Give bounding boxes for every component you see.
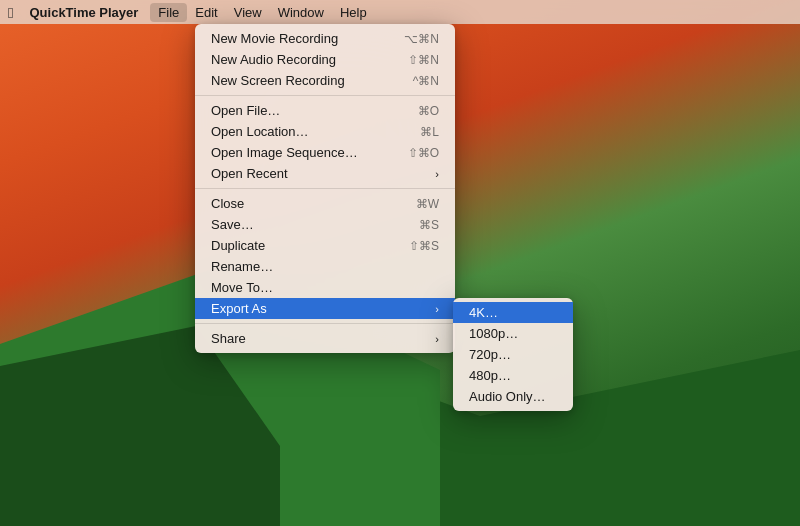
menu-item-export-as-label: Export As	[211, 301, 427, 316]
menu-item-duplicate-shortcut: ⇧⌘S	[409, 239, 439, 253]
menu-item-new-screen-shortcut: ^⌘N	[413, 74, 439, 88]
menu-item-close-label: Close	[211, 196, 392, 211]
menubar-help[interactable]: Help	[332, 3, 375, 22]
share-arrow: ›	[435, 333, 439, 345]
menu-item-share[interactable]: Share ›	[195, 328, 455, 349]
menu-item-open-recent[interactable]: Open Recent ›	[195, 163, 455, 184]
separator-3	[195, 323, 455, 324]
menubar-app-name[interactable]: QuickTime Player	[21, 3, 146, 22]
file-menu: New Movie Recording ⌥⌘N New Audio Record…	[195, 24, 455, 353]
menu-item-save-label: Save…	[211, 217, 395, 232]
menu-item-new-movie-shortcut: ⌥⌘N	[404, 32, 439, 46]
menubar:  QuickTime Player File Edit View Window…	[0, 0, 800, 24]
submenu-item-720p[interactable]: 720p…	[453, 344, 573, 365]
menu-item-duplicate[interactable]: Duplicate ⇧⌘S	[195, 235, 455, 256]
submenu-item-4k-label: 4K…	[469, 305, 498, 320]
separator-1	[195, 95, 455, 96]
menu-item-open-file[interactable]: Open File… ⌘O	[195, 100, 455, 121]
submenu-item-4k[interactable]: 4K…	[453, 302, 573, 323]
menu-item-open-location-label: Open Location…	[211, 124, 396, 139]
menu-item-export-as[interactable]: Export As › 4K… 1080p… 720p… 480p…	[195, 298, 455, 319]
menu-item-open-location-shortcut: ⌘L	[420, 125, 439, 139]
menu-item-share-label: Share	[211, 331, 427, 346]
submenu-item-1080p-label: 1080p…	[469, 326, 518, 341]
menu-item-move-to-label: Move To…	[211, 280, 439, 295]
menu-item-open-location[interactable]: Open Location… ⌘L	[195, 121, 455, 142]
submenu-item-720p-label: 720p…	[469, 347, 511, 362]
menu-item-new-audio-label: New Audio Recording	[211, 52, 384, 67]
menubar-window[interactable]: Window	[270, 3, 332, 22]
menu-item-move-to[interactable]: Move To…	[195, 277, 455, 298]
menu-item-close[interactable]: Close ⌘W	[195, 193, 455, 214]
menu-item-save[interactable]: Save… ⌘S	[195, 214, 455, 235]
menu-item-new-audio[interactable]: New Audio Recording ⇧⌘N	[195, 49, 455, 70]
menu-item-new-screen-label: New Screen Recording	[211, 73, 389, 88]
submenu-item-audio-only-label: Audio Only…	[469, 389, 546, 404]
submenu-item-audio-only[interactable]: Audio Only…	[453, 386, 573, 407]
menu-item-open-image-seq-label: Open Image Sequence…	[211, 145, 384, 160]
menubar-file[interactable]: File	[150, 3, 187, 22]
submenu-item-480p[interactable]: 480p…	[453, 365, 573, 386]
file-menu-dropdown: New Movie Recording ⌥⌘N New Audio Record…	[195, 24, 455, 353]
separator-2	[195, 188, 455, 189]
menu-item-close-shortcut: ⌘W	[416, 197, 439, 211]
menu-item-new-movie[interactable]: New Movie Recording ⌥⌘N	[195, 28, 455, 49]
submenu-item-480p-label: 480p…	[469, 368, 511, 383]
menu-item-new-movie-label: New Movie Recording	[211, 31, 380, 46]
menu-item-open-file-shortcut: ⌘O	[418, 104, 439, 118]
menu-item-new-screen[interactable]: New Screen Recording ^⌘N	[195, 70, 455, 91]
menubar-edit[interactable]: Edit	[187, 3, 225, 22]
menu-item-rename[interactable]: Rename…	[195, 256, 455, 277]
export-as-arrow: ›	[435, 303, 439, 315]
menu-item-open-image-seq[interactable]: Open Image Sequence… ⇧⌘O	[195, 142, 455, 163]
menu-item-save-shortcut: ⌘S	[419, 218, 439, 232]
menu-item-new-audio-shortcut: ⇧⌘N	[408, 53, 439, 67]
menu-item-duplicate-label: Duplicate	[211, 238, 385, 253]
open-recent-arrow: ›	[435, 168, 439, 180]
export-submenu: 4K… 1080p… 720p… 480p… Audio Only…	[453, 298, 573, 411]
export-submenu-container: 4K… 1080p… 720p… 480p… Audio Only…	[453, 298, 573, 411]
menu-item-open-recent-label: Open Recent	[211, 166, 427, 181]
menu-item-open-image-seq-shortcut: ⇧⌘O	[408, 146, 439, 160]
apple-menu-icon[interactable]: 	[8, 4, 13, 21]
submenu-item-1080p[interactable]: 1080p…	[453, 323, 573, 344]
menubar-view[interactable]: View	[226, 3, 270, 22]
menu-item-rename-label: Rename…	[211, 259, 439, 274]
menu-item-open-file-label: Open File…	[211, 103, 394, 118]
